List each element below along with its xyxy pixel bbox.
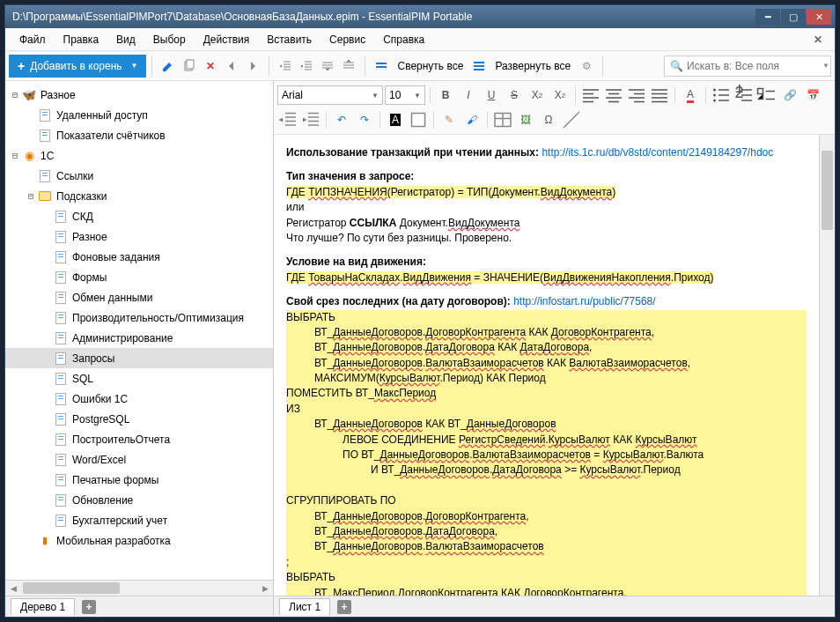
outdent-button[interactable] bbox=[275, 56, 296, 77]
bullet-list-button[interactable] bbox=[711, 85, 732, 105]
add-root-button[interactable]: + Добавить в корень ▼ bbox=[9, 55, 146, 78]
menu-view[interactable]: Вид bbox=[107, 30, 144, 49]
tree-node[interactable]: Показатели счётчиков bbox=[5, 125, 273, 145]
redo-button[interactable]: ↷ bbox=[354, 110, 375, 130]
delete-button[interactable]: ✕ bbox=[200, 56, 221, 77]
indent-button[interactable] bbox=[296, 56, 317, 77]
tree-node-hints[interactable]: ⊟Подсказки bbox=[5, 186, 273, 206]
tree-node[interactable]: PostgreSQL bbox=[5, 409, 273, 429]
align-right-button[interactable] bbox=[626, 85, 647, 105]
outdent-format-button[interactable] bbox=[277, 110, 298, 130]
undo-button[interactable]: ↶ bbox=[331, 110, 352, 130]
collapse-all-icon[interactable] bbox=[371, 56, 392, 77]
link-button[interactable]: 🔗 bbox=[779, 85, 800, 105]
menu-insert[interactable]: Вставить bbox=[258, 30, 321, 49]
tree[interactable]: ⊟🦋Разное Удаленный доступ Показатели счё… bbox=[5, 81, 273, 580]
tree-node[interactable]: Формы bbox=[5, 267, 273, 287]
tree-node[interactable]: ПостроительОтчета bbox=[5, 429, 273, 449]
tree-node[interactable]: ▮Мобильная разработка bbox=[5, 530, 273, 551]
link[interactable]: http://infostart.ru/public/77568/ bbox=[513, 295, 655, 307]
close-document-icon[interactable]: ✕ bbox=[805, 30, 829, 49]
tree-node[interactable]: Обмен данными bbox=[5, 287, 273, 307]
editor-content[interactable]: Использование транзакций при чтении данн… bbox=[274, 135, 819, 596]
checklist-button[interactable] bbox=[756, 85, 777, 105]
menu-service[interactable]: Сервис bbox=[321, 30, 374, 49]
align-center-button[interactable] bbox=[603, 85, 624, 105]
underline-button[interactable]: U bbox=[481, 85, 502, 105]
tree-node-selected[interactable]: Запросы bbox=[5, 348, 273, 368]
bg-color-button[interactable] bbox=[408, 110, 429, 130]
tree-node[interactable]: Ссылки bbox=[5, 166, 273, 186]
clear-format-button[interactable]: ✎ bbox=[438, 110, 460, 130]
indent-format-button[interactable] bbox=[300, 110, 321, 130]
tree-node[interactable]: SQL bbox=[5, 368, 273, 389]
link[interactable]: http://its.1c.ru/db/v8std/content/214918… bbox=[542, 146, 773, 159]
expand-all-label[interactable]: Развернуть все bbox=[490, 60, 576, 72]
note-icon bbox=[40, 109, 50, 122]
symbol-button[interactable]: Ω bbox=[538, 110, 559, 130]
tree-node[interactable]: Фоновые задания bbox=[5, 247, 273, 267]
superscript-button[interactable]: X2 bbox=[549, 85, 571, 105]
tree-node-raznoe[interactable]: ⊟🦋Разное bbox=[5, 85, 273, 105]
menu-edit[interactable]: Правка bbox=[55, 30, 108, 49]
menu-select[interactable]: Выбор bbox=[144, 30, 195, 49]
editor-tab[interactable]: Лист 1 bbox=[279, 598, 330, 615]
close-button[interactable]: ✕ bbox=[807, 9, 831, 25]
tree-node[interactable]: Разное bbox=[5, 226, 273, 247]
font-color-button[interactable]: A bbox=[680, 85, 701, 105]
editor-v-scrollbar[interactable] bbox=[819, 135, 835, 596]
font-size-select[interactable]: 10▼ bbox=[385, 85, 425, 105]
next-button[interactable] bbox=[242, 56, 263, 77]
minimize-button[interactable]: ━ bbox=[755, 9, 780, 25]
editor-panel: Arial▼ 10▼ B I U S X2 X2 A bbox=[274, 81, 835, 617]
edit-button[interactable] bbox=[158, 56, 179, 77]
note-icon bbox=[55, 292, 66, 304]
image-button[interactable]: 🖼 bbox=[515, 110, 536, 130]
collapse-all-label[interactable]: Свернуть все bbox=[392, 60, 468, 72]
tree-node[interactable]: Администрирование bbox=[5, 328, 273, 348]
expand-all-icon[interactable] bbox=[468, 56, 490, 77]
search-caret-icon[interactable]: ▼ bbox=[822, 62, 829, 70]
svg-text:2: 2 bbox=[735, 85, 744, 101]
align-justify-button[interactable] bbox=[649, 85, 670, 105]
move-up-button[interactable] bbox=[317, 56, 338, 77]
add-tree-tab-button[interactable]: + bbox=[82, 600, 96, 614]
date-button[interactable]: 📅 bbox=[802, 85, 823, 105]
table-button[interactable] bbox=[492, 110, 513, 130]
tree-node[interactable]: Производительность/Оптимизация bbox=[5, 307, 273, 328]
brush-button[interactable]: 🖌 bbox=[461, 110, 483, 130]
tree-node[interactable]: Обновление bbox=[5, 490, 273, 510]
subscript-button[interactable]: X2 bbox=[527, 85, 548, 105]
tree-h-scrollbar[interactable]: ◀▶ bbox=[5, 580, 273, 596]
tree-node[interactable]: Word/Excel bbox=[5, 449, 273, 470]
move-down-button[interactable] bbox=[338, 56, 359, 77]
tree-node[interactable]: Удаленный доступ bbox=[5, 105, 273, 125]
align-left-button[interactable] bbox=[580, 85, 601, 105]
tree-node[interactable]: Бухгалтерский учет bbox=[5, 510, 273, 530]
tree-node[interactable]: СКД bbox=[5, 206, 273, 226]
italic-button[interactable]: I bbox=[458, 85, 479, 105]
tree-node[interactable]: Печатные формы bbox=[5, 470, 273, 490]
tree-tab[interactable]: Дерево 1 bbox=[11, 598, 75, 615]
maximize-button[interactable]: ▢ bbox=[781, 9, 806, 25]
main-toolbar: + Добавить в корень ▼ ✕ Свернуть все Раз… bbox=[5, 51, 835, 81]
prev-button[interactable] bbox=[221, 56, 242, 77]
bold-button[interactable]: B bbox=[435, 85, 456, 105]
svg-rect-3 bbox=[376, 66, 387, 68]
menu-actions[interactable]: Действия bbox=[195, 30, 259, 49]
highlight-button[interactable]: A bbox=[385, 110, 406, 130]
copy-button[interactable] bbox=[179, 56, 200, 77]
menu-help[interactable]: Справка bbox=[374, 30, 433, 49]
tree-node[interactable]: Ошибки 1С bbox=[5, 389, 273, 409]
line-button[interactable] bbox=[561, 110, 582, 130]
search-box[interactable]: 🔍 ▼ bbox=[664, 56, 831, 77]
tree-tab-bar: Дерево 1 + bbox=[5, 596, 273, 617]
menu-file[interactable]: Файл bbox=[11, 30, 55, 49]
add-editor-tab-button[interactable]: + bbox=[337, 600, 351, 614]
number-list-button[interactable]: 12 bbox=[733, 85, 755, 105]
strike-button[interactable]: S bbox=[504, 85, 525, 105]
tree-node-1c[interactable]: ⊟◉1С bbox=[5, 145, 273, 166]
search-input[interactable] bbox=[687, 60, 819, 72]
settings-button[interactable]: ⚙ bbox=[576, 56, 597, 77]
font-select[interactable]: Arial▼ bbox=[277, 85, 383, 105]
